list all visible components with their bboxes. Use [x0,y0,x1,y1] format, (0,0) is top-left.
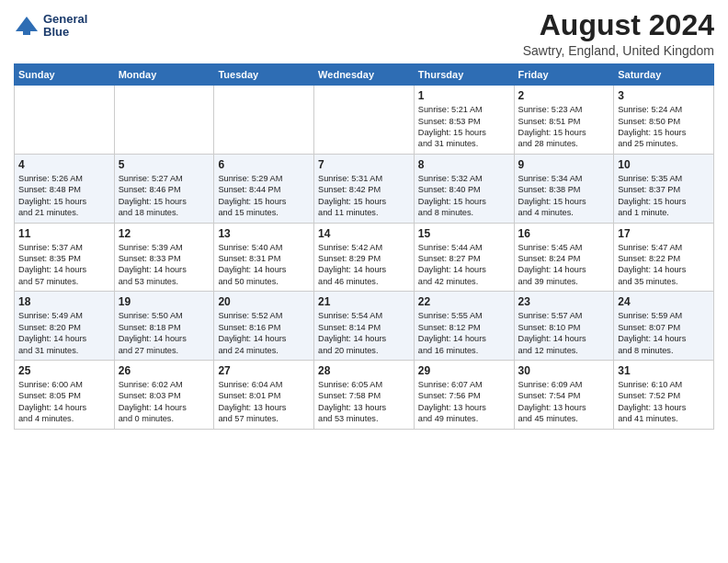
day-cell: 8Sunrise: 5:32 AM Sunset: 8:40 PM Daylig… [414,154,514,223]
day-cell: 12Sunrise: 5:39 AM Sunset: 8:33 PM Dayli… [114,223,214,292]
day-cell: 18Sunrise: 5:49 AM Sunset: 8:20 PM Dayli… [15,292,115,361]
day-cell: 10Sunrise: 5:35 AM Sunset: 8:37 PM Dayli… [614,154,714,223]
day-number: 3 [618,89,710,102]
day-info: Sunrise: 6:00 AM Sunset: 8:05 PM Dayligh… [18,379,110,425]
day-number: 24 [618,295,710,308]
day-cell: 16Sunrise: 5:45 AM Sunset: 8:24 PM Dayli… [514,223,614,292]
day-number: 28 [318,364,410,377]
day-number: 26 [119,364,210,377]
day-cell: 11Sunrise: 5:37 AM Sunset: 8:35 PM Dayli… [15,223,115,292]
page-header: General Blue August 2024 Sawtry, England… [14,9,714,58]
day-number: 31 [618,364,710,377]
week-row-5: 25Sunrise: 6:00 AM Sunset: 8:05 PM Dayli… [15,360,714,429]
logo: General Blue [14,13,87,40]
day-cell: 24Sunrise: 5:59 AM Sunset: 8:07 PM Dayli… [614,292,714,361]
day-cell: 21Sunrise: 5:54 AM Sunset: 8:14 PM Dayli… [314,292,415,361]
day-number: 23 [518,295,610,308]
week-row-2: 4Sunrise: 5:26 AM Sunset: 8:48 PM Daylig… [15,154,714,223]
day-cell: 1Sunrise: 5:21 AM Sunset: 8:53 PM Daylig… [414,86,514,155]
day-info: Sunrise: 5:37 AM Sunset: 8:35 PM Dayligh… [18,242,110,288]
day-cell: 3Sunrise: 5:24 AM Sunset: 8:50 PM Daylig… [614,86,714,155]
weekday-header-wednesday: Wednesday [314,64,415,86]
day-number: 14 [318,227,410,240]
day-info: Sunrise: 5:50 AM Sunset: 8:18 PM Dayligh… [119,310,210,356]
day-info: Sunrise: 5:42 AM Sunset: 8:29 PM Dayligh… [318,242,410,288]
day-number: 4 [18,158,110,171]
day-number: 25 [18,364,110,377]
svg-rect-2 [23,29,30,35]
day-cell [114,86,214,155]
month-title: August 2024 [523,9,714,41]
day-cell: 5Sunrise: 5:27 AM Sunset: 8:46 PM Daylig… [114,154,214,223]
day-info: Sunrise: 5:21 AM Sunset: 8:53 PM Dayligh… [418,104,510,150]
day-number: 15 [418,227,510,240]
day-number: 11 [18,227,110,240]
day-info: Sunrise: 5:54 AM Sunset: 8:14 PM Dayligh… [318,310,410,356]
day-number: 7 [318,158,410,171]
day-number: 17 [618,227,710,240]
day-cell: 20Sunrise: 5:52 AM Sunset: 8:16 PM Dayli… [214,292,314,361]
day-cell: 19Sunrise: 5:50 AM Sunset: 8:18 PM Dayli… [114,292,214,361]
day-cell: 30Sunrise: 6:09 AM Sunset: 7:54 PM Dayli… [514,360,614,429]
day-number: 5 [119,158,210,171]
day-cell: 23Sunrise: 5:57 AM Sunset: 8:10 PM Dayli… [514,292,614,361]
weekday-header-friday: Friday [514,64,614,86]
day-info: Sunrise: 5:24 AM Sunset: 8:50 PM Dayligh… [618,104,710,150]
day-info: Sunrise: 5:49 AM Sunset: 8:20 PM Dayligh… [18,310,110,356]
day-cell: 29Sunrise: 6:07 AM Sunset: 7:56 PM Dayli… [414,360,514,429]
day-info: Sunrise: 5:45 AM Sunset: 8:24 PM Dayligh… [518,242,610,288]
day-info: Sunrise: 5:34 AM Sunset: 8:38 PM Dayligh… [518,173,610,219]
logo-line1: General [43,13,87,26]
day-cell: 6Sunrise: 5:29 AM Sunset: 8:44 PM Daylig… [214,154,314,223]
day-number: 22 [418,295,510,308]
day-number: 13 [218,227,310,240]
weekday-header-tuesday: Tuesday [214,64,314,86]
day-info: Sunrise: 6:04 AM Sunset: 8:01 PM Dayligh… [218,379,310,425]
day-number: 8 [418,158,510,171]
day-info: Sunrise: 6:09 AM Sunset: 7:54 PM Dayligh… [518,379,610,425]
day-cell: 2Sunrise: 5:23 AM Sunset: 8:51 PM Daylig… [514,86,614,155]
day-cell [214,86,314,155]
day-number: 19 [119,295,210,308]
day-number: 18 [18,295,110,308]
weekday-header-thursday: Thursday [414,64,514,86]
day-info: Sunrise: 5:32 AM Sunset: 8:40 PM Dayligh… [418,173,510,219]
week-row-3: 11Sunrise: 5:37 AM Sunset: 8:35 PM Dayli… [15,223,714,292]
day-info: Sunrise: 5:59 AM Sunset: 8:07 PM Dayligh… [618,310,710,356]
logo-icon [14,13,40,39]
day-cell [15,86,115,155]
location: Sawtry, England, United Kingdom [523,43,714,58]
day-info: Sunrise: 5:55 AM Sunset: 8:12 PM Dayligh… [418,310,510,356]
logo-text: General Blue [43,13,87,40]
day-info: Sunrise: 6:05 AM Sunset: 7:58 PM Dayligh… [318,379,410,425]
day-info: Sunrise: 6:07 AM Sunset: 7:56 PM Dayligh… [418,379,510,425]
weekday-header-saturday: Saturday [614,64,714,86]
day-number: 10 [618,158,710,171]
day-cell: 13Sunrise: 5:40 AM Sunset: 8:31 PM Dayli… [214,223,314,292]
day-cell: 7Sunrise: 5:31 AM Sunset: 8:42 PM Daylig… [314,154,415,223]
day-cell: 28Sunrise: 6:05 AM Sunset: 7:58 PM Dayli… [314,360,415,429]
day-info: Sunrise: 5:27 AM Sunset: 8:46 PM Dayligh… [119,173,210,219]
day-number: 6 [218,158,310,171]
weekday-header-row: SundayMondayTuesdayWednesdayThursdayFrid… [15,64,714,86]
day-cell: 4Sunrise: 5:26 AM Sunset: 8:48 PM Daylig… [15,154,115,223]
day-info: Sunrise: 5:31 AM Sunset: 8:42 PM Dayligh… [318,173,410,219]
day-number: 16 [518,227,610,240]
day-cell: 26Sunrise: 6:02 AM Sunset: 8:03 PM Dayli… [114,360,214,429]
day-cell: 25Sunrise: 6:00 AM Sunset: 8:05 PM Dayli… [15,360,115,429]
day-info: Sunrise: 5:52 AM Sunset: 8:16 PM Dayligh… [218,310,310,356]
day-cell: 31Sunrise: 6:10 AM Sunset: 7:52 PM Dayli… [614,360,714,429]
week-row-1: 1Sunrise: 5:21 AM Sunset: 8:53 PM Daylig… [15,86,714,155]
day-info: Sunrise: 5:57 AM Sunset: 8:10 PM Dayligh… [518,310,610,356]
day-cell: 27Sunrise: 6:04 AM Sunset: 8:01 PM Dayli… [214,360,314,429]
logo-line2: Blue [43,26,87,39]
day-number: 29 [418,364,510,377]
day-info: Sunrise: 5:26 AM Sunset: 8:48 PM Dayligh… [18,173,110,219]
day-info: Sunrise: 6:02 AM Sunset: 8:03 PM Dayligh… [119,379,210,425]
day-info: Sunrise: 5:40 AM Sunset: 8:31 PM Dayligh… [218,242,310,288]
week-row-4: 18Sunrise: 5:49 AM Sunset: 8:20 PM Dayli… [15,292,714,361]
day-cell: 14Sunrise: 5:42 AM Sunset: 8:29 PM Dayli… [314,223,415,292]
day-number: 27 [218,364,310,377]
day-number: 12 [119,227,210,240]
day-info: Sunrise: 6:10 AM Sunset: 7:52 PM Dayligh… [618,379,710,425]
